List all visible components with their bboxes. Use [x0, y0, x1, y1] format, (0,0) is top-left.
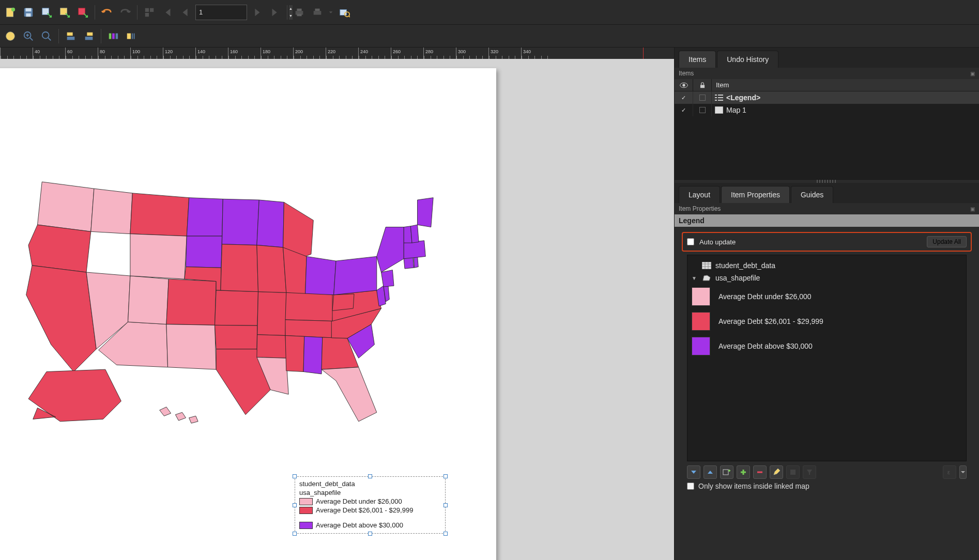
- legend-swatch: [299, 507, 313, 514]
- category-swatch: [692, 287, 710, 306]
- align-left-button[interactable]: [63, 28, 79, 44]
- tree-layer-shape[interactable]: ▼ usa_shapefile: [692, 272, 962, 284]
- svg-rect-24: [85, 36, 93, 39]
- expression-dropdown-button[interactable]: [959, 465, 967, 479]
- auto-update-checkbox[interactable]: [687, 238, 694, 245]
- add-group-button[interactable]: [720, 465, 733, 479]
- first-page-button[interactable]: [159, 4, 176, 21]
- print-atlas-button[interactable]: [309, 4, 326, 21]
- page-number-spinner[interactable]: ▲▼: [195, 5, 247, 20]
- next-page-button[interactable]: [249, 4, 265, 21]
- expand-icon[interactable]: ▣: [970, 206, 975, 212]
- resize-handle[interactable]: [443, 474, 448, 478]
- ruler-tick: 120: [163, 48, 195, 59]
- resize-handle[interactable]: [443, 532, 448, 536]
- export-pdf-button[interactable]: [74, 4, 91, 21]
- lock-checkbox[interactable]: [699, 95, 706, 101]
- tab-undo-history[interactable]: Undo History: [717, 51, 778, 68]
- export-image-button[interactable]: [38, 4, 55, 21]
- only-show-checkbox[interactable]: [687, 483, 694, 490]
- resize-handle[interactable]: [368, 532, 372, 536]
- state-wi: [257, 200, 284, 247]
- tree-category-row[interactable]: Average Debt $26,001 - $29,999: [692, 309, 962, 334]
- tree-layer-data[interactable]: student_debt_data: [692, 259, 962, 272]
- resize-handle[interactable]: [368, 474, 372, 478]
- layout-page[interactable]: student_debt_data usa_shapefile Average …: [0, 68, 496, 560]
- svg-rect-31: [700, 85, 704, 88]
- state-ak: [28, 369, 121, 422]
- legend-category-label: Average Debt $26,001 - $29,999: [316, 506, 413, 514]
- save-layout-button[interactable]: [20, 4, 37, 21]
- state-al: [303, 336, 323, 374]
- zoom-full-button[interactable]: [38, 28, 55, 44]
- new-layout-button[interactable]: [2, 4, 19, 21]
- pan-button[interactable]: [2, 28, 19, 44]
- distribute-h-button[interactable]: [105, 28, 121, 44]
- expand-icon[interactable]: ▣: [970, 71, 975, 76]
- category-label: Average Debt $26,001 - $29,999: [718, 317, 823, 325]
- update-all-button[interactable]: Update All: [927, 236, 967, 247]
- map-item[interactable]: [10, 130, 445, 450]
- zoom-in-button[interactable]: [20, 28, 37, 44]
- svg-rect-9: [150, 8, 154, 11]
- svg-rect-8: [145, 8, 149, 11]
- tab-item-properties[interactable]: Item Properties: [721, 186, 790, 203]
- resize-handle[interactable]: [293, 503, 297, 507]
- resize-handle[interactable]: [443, 503, 448, 507]
- align-right-button[interactable]: [81, 28, 97, 44]
- move-up-button[interactable]: [703, 465, 717, 479]
- ruler-tick: 200: [293, 48, 326, 59]
- state-id: [91, 189, 133, 234]
- tab-guides[interactable]: Guides: [791, 186, 833, 203]
- print-button[interactable]: [291, 4, 308, 21]
- add-item-button[interactable]: [737, 465, 750, 479]
- state-ca: [26, 266, 97, 372]
- legend-properties-header: Legend: [675, 214, 979, 227]
- legend-item[interactable]: student_debt_data usa_shapefile Average …: [295, 476, 446, 534]
- visibility-checkmark[interactable]: ✓: [681, 95, 686, 101]
- state-tn: [285, 320, 332, 338]
- canvas-area[interactable]: 4060801001201401601802002202402602803003…: [0, 48, 674, 560]
- item-row-legend[interactable]: ✓ <Legend>: [675, 91, 979, 104]
- ruler-tick: [0, 48, 33, 59]
- tab-items[interactable]: Items: [679, 51, 716, 68]
- undo-button[interactable]: [99, 4, 115, 21]
- table-layer-icon: [702, 262, 711, 269]
- last-page-button[interactable]: [267, 4, 283, 21]
- move-down-button[interactable]: [687, 465, 700, 479]
- state-ar: [257, 335, 286, 359]
- legend-icon: [715, 94, 723, 102]
- resize-handle[interactable]: [293, 474, 297, 478]
- svg-rect-34: [715, 97, 717, 98]
- tree-collapse-icon[interactable]: ▼: [692, 275, 698, 281]
- remove-item-button[interactable]: [753, 465, 767, 479]
- tab-layout[interactable]: Layout: [679, 186, 720, 203]
- legend-items-tree[interactable]: student_debt_data ▼ usa_shapefile Averag…: [687, 255, 967, 461]
- ruler-tick: 260: [391, 48, 423, 59]
- redo-button[interactable]: [117, 4, 133, 21]
- state-wa: [38, 182, 94, 231]
- resize-handle[interactable]: [293, 532, 297, 536]
- distribute-v-button[interactable]: [123, 28, 140, 44]
- ruler-tick: 300: [456, 48, 488, 59]
- state-il: [257, 245, 286, 293]
- ruler-tick: 240: [358, 48, 391, 59]
- auto-update-row: Auto update Update All: [682, 232, 972, 252]
- atlas-dropdown-button[interactable]: [327, 4, 334, 21]
- atlas-settings-button[interactable]: [336, 4, 353, 21]
- lock-checkbox[interactable]: [699, 107, 706, 113]
- edit-item-button[interactable]: [770, 465, 783, 479]
- export-svg-button[interactable]: [56, 4, 73, 21]
- item-name-label: <Legend>: [726, 94, 760, 102]
- item-row-map[interactable]: ✓ Map 1: [675, 104, 979, 116]
- svg-rect-3: [26, 8, 32, 11]
- layout-manager-button[interactable]: [141, 4, 158, 21]
- svg-rect-39: [702, 262, 711, 269]
- separator: [287, 5, 287, 20]
- state-ms: [285, 336, 304, 372]
- tree-category-row[interactable]: Average Debt under $26,000: [692, 284, 962, 309]
- ruler-tick: 280: [423, 48, 456, 59]
- prev-page-button[interactable]: [177, 4, 194, 21]
- tree-category-row[interactable]: Average Debt above $30,000: [692, 334, 962, 359]
- visibility-checkmark[interactable]: ✓: [681, 107, 686, 114]
